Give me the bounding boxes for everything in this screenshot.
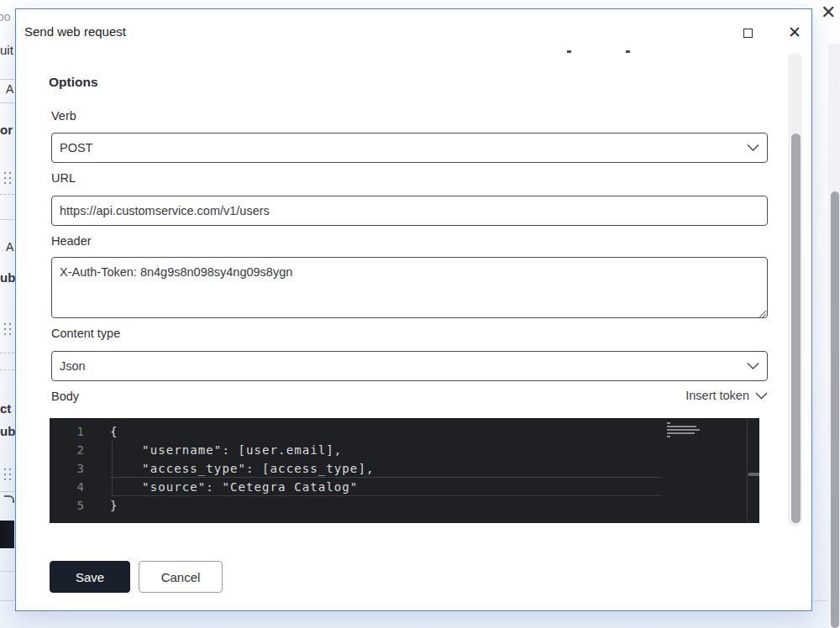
content-type-value: Json xyxy=(60,359,86,373)
indent-guide xyxy=(112,441,113,496)
background-text-fragment: oo xyxy=(0,10,11,24)
clipped-content-remnant xyxy=(626,50,630,53)
dialog-content: Options Verb POST URL Header X-Auth-Toke… xyxy=(51,9,768,563)
background-text-fragment: A xyxy=(6,82,13,96)
page-background: oo uit A or A ub ct ub ✕ Send web reques… xyxy=(0,0,840,628)
minimap-divider xyxy=(747,418,748,523)
background-text-fragment: ub xyxy=(0,270,15,285)
code-line-current: 4 "source": "Cetegra Catalog" xyxy=(50,478,759,496)
background-text-fragment: or xyxy=(0,123,13,137)
drag-handle-icon xyxy=(3,467,13,480)
background-divider xyxy=(0,369,14,370)
chevron-down-icon xyxy=(747,363,759,370)
close-icon: ✕ xyxy=(788,25,801,40)
code-line: 3 "access_type": [access_type], xyxy=(50,459,759,478)
background-text-fragment: A xyxy=(6,240,13,254)
verb-label: Verb xyxy=(51,109,76,123)
resize-grip-icon[interactable] xyxy=(757,308,767,318)
background-divider xyxy=(0,102,14,103)
line-number: 3 xyxy=(50,459,85,478)
code-text: "source": "Cetegra Catalog" xyxy=(85,478,358,496)
code-line: 2 "username": [user.email], xyxy=(50,441,759,459)
background-text-fragment: ub xyxy=(0,424,15,438)
url-label: URL xyxy=(51,171,76,185)
background-divider xyxy=(0,79,14,80)
verb-value: POST xyxy=(60,141,92,154)
code-line: 5} xyxy=(50,496,759,515)
body-code-editor[interactable]: 1{ 2 "username": [user.email], 3 "access… xyxy=(50,418,759,523)
line-number: 5 xyxy=(50,496,85,515)
content-type-select[interactable]: Json xyxy=(51,351,768,381)
code-line: 1{ xyxy=(50,422,759,441)
background-dark-button-fragment xyxy=(0,521,14,548)
url-input[interactable] xyxy=(51,196,768,226)
code-text: { xyxy=(85,422,118,441)
dialog-scrollbar-thumb[interactable] xyxy=(791,133,801,523)
body-label: Body xyxy=(51,390,79,403)
code-text: "username": [user.email], xyxy=(85,441,342,459)
drag-handle-icon xyxy=(3,322,13,335)
drag-handle-icon xyxy=(3,170,13,184)
line-number: 2 xyxy=(50,441,85,459)
background-divider xyxy=(0,194,14,195)
code-text: "access_type": [access_type], xyxy=(85,459,374,478)
minimap-code-bar xyxy=(667,426,696,427)
verb-select[interactable]: POST xyxy=(51,133,768,163)
background-divider xyxy=(0,571,14,572)
background-text-fragment: ct xyxy=(0,401,11,416)
insert-token-dropdown[interactable]: Insert token xyxy=(685,389,768,402)
background-divider xyxy=(0,219,14,220)
close-button[interactable]: ✕ xyxy=(787,25,802,40)
chevron-down-icon xyxy=(747,144,759,152)
options-heading: Options xyxy=(49,75,98,90)
background-divider xyxy=(0,600,14,601)
minimap-code-bar xyxy=(667,422,670,424)
minimap-code-bar xyxy=(667,432,695,434)
content-type-label: Content type xyxy=(51,327,120,340)
background-box-corner xyxy=(4,495,14,503)
line-number: 1 xyxy=(50,422,85,441)
minimap-code-bar xyxy=(667,429,700,431)
line-number: 4 xyxy=(50,478,85,496)
page-scrollbar-thumb[interactable] xyxy=(831,191,839,628)
insert-token-label: Insert token xyxy=(685,389,749,402)
code-text: } xyxy=(85,496,118,515)
send-web-request-dialog: Send web request ✕ Options Verb POST URL xyxy=(15,8,812,611)
minimap-code-bar xyxy=(667,436,670,437)
background-divider xyxy=(0,353,14,353)
page-close-icon[interactable]: ✕ xyxy=(821,3,836,23)
background-text-fragment: uit xyxy=(0,43,13,57)
cancel-button[interactable]: Cancel xyxy=(139,561,223,593)
chevron-down-icon xyxy=(755,392,768,400)
minimap-slider xyxy=(748,473,759,476)
background-divider xyxy=(0,491,14,492)
header-label: Header xyxy=(51,234,92,248)
clipped-content-remnant xyxy=(567,50,571,53)
editor-minimap[interactable] xyxy=(665,418,759,523)
header-textarea[interactable]: X-Auth-Token: 8n4g9s8n098sy4ng09s8ygn xyxy=(51,257,768,318)
save-button[interactable]: Save xyxy=(50,561,130,593)
